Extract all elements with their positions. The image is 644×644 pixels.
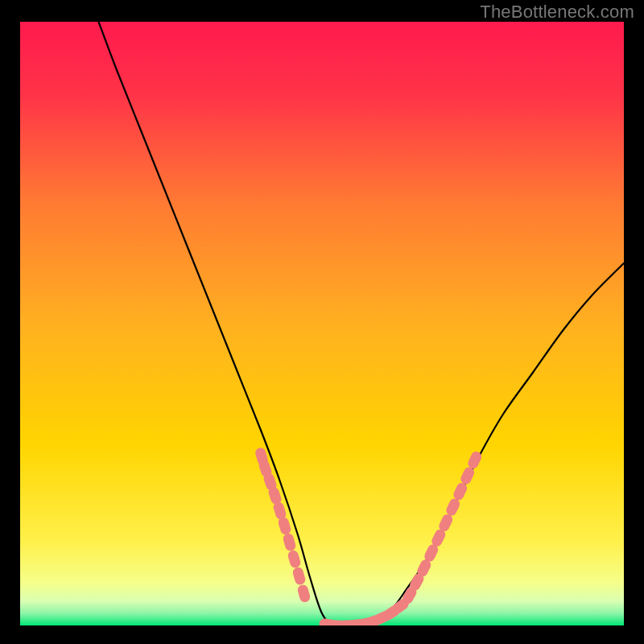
gradient-background [20,22,624,625]
chart-svg [20,22,624,625]
watermark-text: TheBottleneck.com [480,2,634,23]
chart-frame: TheBottleneck.com [0,0,644,644]
plot-area [20,22,624,625]
